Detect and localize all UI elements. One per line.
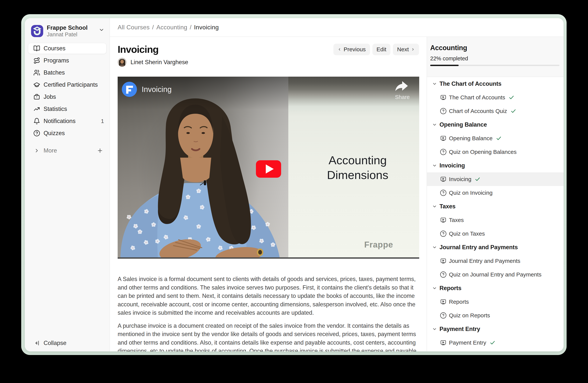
svg-text:Frappe: Frappe [364,240,393,249]
svg-text:Share: Share [395,94,410,100]
svg-text:Dimensions: Dimensions [327,168,388,181]
svg-text:Accounting: Accounting [329,154,387,167]
svg-text:Invoicing: Invoicing [142,85,172,94]
